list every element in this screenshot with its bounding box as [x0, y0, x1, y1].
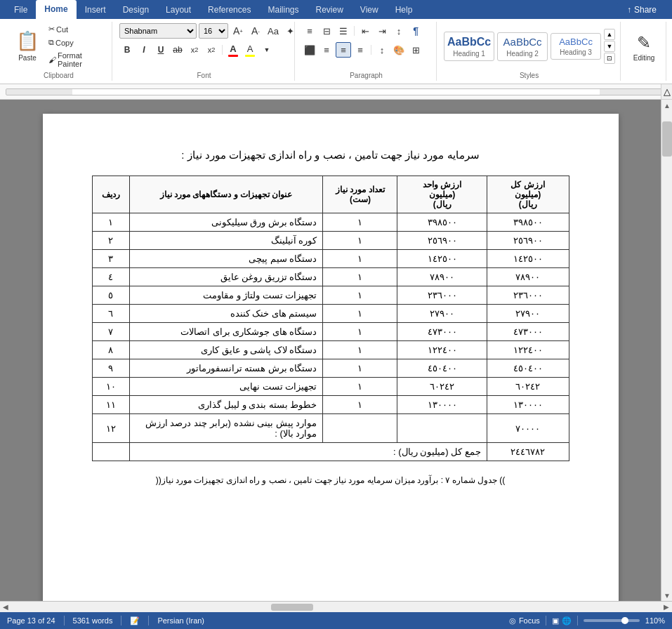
- numbered-list-button[interactable]: ⊟: [319, 23, 334, 39]
- bullet-list-button[interactable]: ≡: [302, 23, 317, 39]
- cell-unit: ١٤٢٥٠٠: [397, 250, 487, 268]
- paste-button[interactable]: 📋 Paste: [11, 29, 44, 65]
- bold-button[interactable]: B: [119, 42, 135, 58]
- ruler-scroll[interactable]: △: [661, 84, 672, 99]
- cell-radif: ٨: [92, 341, 129, 359]
- styles-gallery: AaBbCc Heading 1 AaBbCc Heading 2 AaBbCc…: [444, 23, 614, 79]
- share-label: Share: [634, 5, 657, 15]
- change-case-button[interactable]: Aa: [265, 23, 281, 39]
- zoom-thumb[interactable]: [621, 617, 628, 624]
- scroll-down-arrow[interactable]: ▼: [661, 590, 672, 601]
- tab-home[interactable]: Home: [36, 0, 76, 19]
- tab-references[interactable]: References: [199, 1, 259, 19]
- styles-expand[interactable]: ⊡: [604, 53, 615, 64]
- show-formatting-button[interactable]: ¶: [408, 23, 423, 39]
- line-spacing-button[interactable]: ↕: [374, 42, 390, 58]
- style-heading3-label: Heading 3: [560, 48, 592, 56]
- cell-count: ١: [323, 268, 397, 286]
- scroll-right-arrow[interactable]: ▶: [661, 602, 672, 613]
- superscript-button[interactable]: x2: [204, 42, 219, 58]
- share-button[interactable]: ↑ Share: [617, 1, 666, 18]
- clipboard-content: 📋 Paste ✂ Cut ⧉ Copy 🖌 Format Painter: [11, 23, 106, 79]
- vertical-scrollbar[interactable]: ▲ ▼: [661, 100, 672, 601]
- cell-total: ١٤٢٥٠٠: [487, 250, 569, 268]
- scroll-thumb[interactable]: [662, 121, 672, 157]
- cell-count: [323, 414, 397, 443]
- zoom-level: 110%: [645, 616, 665, 625]
- page-info: Page 13 of 24: [7, 616, 55, 625]
- tab-layout[interactable]: Layout: [157, 1, 199, 19]
- scroll-track[interactable]: [661, 111, 672, 590]
- shading-button[interactable]: 🎨: [391, 42, 407, 58]
- doc-scroll-area[interactable]: سرمایه مورد نیاز جهت تامین ، نصب و راه ا…: [0, 100, 661, 601]
- style-heading2[interactable]: AaBbCc Heading 2: [497, 32, 548, 61]
- cell-total: ٣٩٨٥٠٠: [487, 213, 569, 232]
- web-layout-icon[interactable]: 🌐: [562, 616, 572, 625]
- footer-total: ٢٤٤٦٧٨٢: [487, 443, 569, 461]
- align-divider: [371, 45, 371, 55]
- font-size-select[interactable]: 16: [199, 23, 228, 39]
- tab-file[interactable]: File: [6, 1, 36, 19]
- document-page: سرمایه مورد نیاز جهت تامین ، نصب و راه ا…: [43, 114, 619, 601]
- subscript-button[interactable]: x2: [187, 42, 202, 58]
- document-title: سرمایه مورد نیاز جهت تامین ، نصب و راه ا…: [92, 149, 569, 161]
- increase-indent-button[interactable]: ⇥: [374, 23, 390, 39]
- cell-count: ١: [323, 250, 397, 268]
- font-color-button[interactable]: A: [225, 42, 241, 58]
- status-right: ◎ Focus ▣ 🌐 110%: [509, 616, 665, 625]
- scroll-left-arrow[interactable]: ◀: [0, 602, 11, 613]
- paragraph-group-label: Paragraph: [296, 72, 436, 79]
- editing-icon: ✎: [637, 33, 651, 53]
- cut-button[interactable]: ✂ Cut: [46, 23, 106, 35]
- tab-mailings[interactable]: Mailings: [259, 1, 307, 19]
- horizontal-scrollbar[interactable]: ◀ ▶: [0, 601, 672, 612]
- tab-insert[interactable]: Insert: [77, 1, 114, 19]
- print-layout-icon[interactable]: ▣: [552, 616, 559, 625]
- status-sep2: [121, 616, 121, 625]
- cell-count: ١: [323, 286, 397, 305]
- align-right-button[interactable]: ≡: [336, 42, 351, 58]
- tab-review[interactable]: Review: [307, 1, 351, 19]
- focus-button[interactable]: ◎ Focus: [509, 616, 540, 625]
- format-painter-button[interactable]: 🖌 Format Painter: [46, 50, 106, 69]
- font-color-indicator: [228, 55, 238, 57]
- tab-view[interactable]: View: [352, 1, 387, 19]
- highlight-color-button[interactable]: A: [242, 42, 258, 58]
- paragraph-group: ≡ ⊟ ☰ ⇤ ⇥ ↕ ¶ ⬛ ≡ ≡ ≡ ↕ 🎨 ⊞ Paragraph: [296, 22, 437, 81]
- language-info: Persian (Iran): [157, 616, 204, 625]
- sort-button[interactable]: ↕: [391, 23, 407, 39]
- tab-design[interactable]: Design: [114, 1, 157, 19]
- align-center-button[interactable]: ≡: [319, 42, 334, 58]
- table-row: ١٢٢٤٠٠ ١٢٢٤٠٠ ١ دستگاه لاک پاشی و عایق ک…: [92, 341, 569, 359]
- italic-button[interactable]: I: [136, 42, 152, 58]
- decrease-indent-button[interactable]: ⇤: [357, 23, 373, 39]
- strikethrough-button[interactable]: ab: [170, 42, 185, 58]
- cell-radif: ٧: [92, 323, 129, 341]
- h-scroll-thumb[interactable]: [271, 604, 313, 611]
- scroll-up-arrow[interactable]: ▲: [661, 100, 672, 111]
- multilevel-list-button[interactable]: ☰: [336, 23, 351, 39]
- increase-font-button[interactable]: A+: [230, 23, 246, 39]
- copy-button[interactable]: ⧉ Copy: [46, 37, 106, 48]
- cell-total: ٢٧٩٠٠: [487, 305, 569, 323]
- font-name-select[interactable]: Shabnam: [119, 23, 197, 39]
- cell-count: ١: [323, 378, 397, 396]
- justify-button[interactable]: ≡: [353, 42, 368, 58]
- font-color-dropdown[interactable]: ▼: [259, 42, 275, 58]
- cell-total: ٢٣٦٠٠٠: [487, 286, 569, 305]
- underline-button[interactable]: U: [153, 42, 169, 58]
- styles-scroll-up[interactable]: ▲: [604, 29, 615, 40]
- style-heading1[interactable]: AaBbCc Heading 1: [444, 32, 494, 61]
- zoom-slider[interactable]: [584, 619, 640, 622]
- editing-button[interactable]: ✎ Editing: [627, 29, 661, 65]
- decrease-font-button[interactable]: A-: [248, 23, 263, 39]
- align-left-button[interactable]: ⬛: [302, 42, 317, 58]
- borders-button[interactable]: ⊞: [408, 42, 423, 58]
- h-scroll-track[interactable]: [11, 603, 661, 611]
- table-row: ٦٠٢٤٢ ٦٠٢٤٢ ١ تجهیزات تست نهایی ١٠: [92, 378, 569, 396]
- style-heading3[interactable]: AaBbCc Heading 3: [551, 33, 601, 60]
- styles-scroll-down[interactable]: ▼: [604, 41, 615, 52]
- table-row: ٢٧٩٠٠ ٢٧٩٠٠ ١ سیستم های خنک کننده ٦: [92, 305, 569, 323]
- tab-help[interactable]: Help: [387, 1, 421, 19]
- font-name-row: Shabnam 16 A+ A- Aa ✦: [119, 23, 298, 39]
